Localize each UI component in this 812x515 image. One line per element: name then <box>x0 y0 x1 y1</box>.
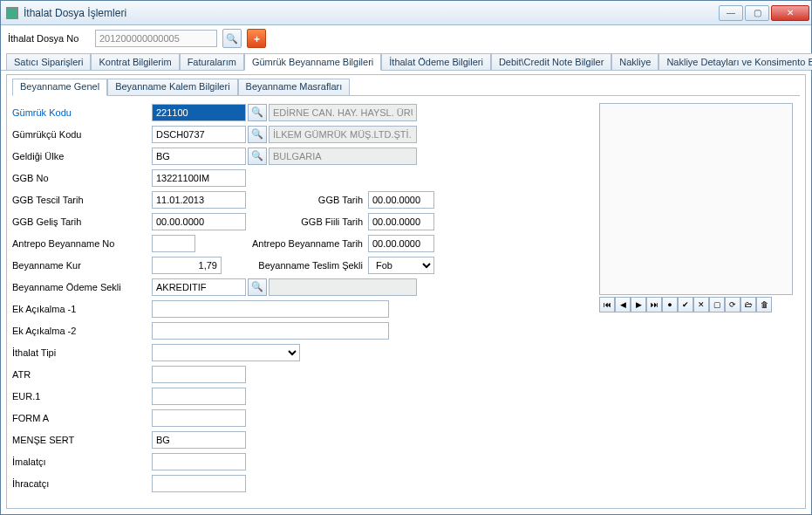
odeme-sekli-label: Beyanname Ödeme Sekli <box>12 282 152 292</box>
nav-record-button[interactable]: ● <box>662 297 678 312</box>
dosya-no-label: İthalat Dosya No <box>8 33 90 44</box>
subtab-beyanname-genel[interactable]: Beyanname Genel <box>12 79 107 96</box>
add-button[interactable]: ＋ <box>247 29 266 48</box>
ggb-gelis-tarih-label: GGB Geliş Tarih <box>12 216 152 227</box>
eur1-label: EUR.1 <box>12 391 152 402</box>
ggb-gelis-tarih-input[interactable] <box>152 213 246 230</box>
lookup-button[interactable]: 🔍 <box>222 29 242 48</box>
subtab-beyanname-masraf[interactable]: Beyanname Masrafları <box>238 79 351 95</box>
plus-icon: ＋ <box>252 32 262 45</box>
nav-delete-button[interactable]: 🗑 <box>756 297 772 312</box>
form-left: Gümrük Kodu 🔍 Gümrükçü Kodu 🔍 Geldiği Ül… <box>12 101 582 494</box>
mense-input[interactable] <box>152 431 246 449</box>
ek-acikalma2-input[interactable] <box>152 322 389 340</box>
geldigi-ulke-desc <box>269 148 417 165</box>
odeme-sekli-lookup[interactable]: 🔍 <box>248 278 267 296</box>
gumrukcu-kodu-label: Gümrükçü Kodu <box>12 129 152 140</box>
tab-gumruk-beyanname[interactable]: Gümrük Beyanname Bilgileri <box>244 53 381 71</box>
ihracatci-label: İhracatçı <box>12 478 152 489</box>
search-icon: 🔍 <box>251 150 263 161</box>
sub-panel: Beyanname Genel Beyanname Kalem Bilgiler… <box>6 74 806 509</box>
main-tabs: Satıcı Siparişleri Kontrat Bilgilerim Fa… <box>1 52 811 71</box>
teslim-sekli-select[interactable]: Fob <box>368 257 434 274</box>
gumrukcu-kodu-lookup[interactable]: 🔍 <box>248 126 267 143</box>
antrepo-tarih-label: Antrepo Beyanname Tarih <box>195 238 368 249</box>
antrepo-no-input[interactable] <box>152 235 195 252</box>
nav-box-button[interactable]: ▢ <box>709 297 725 312</box>
subtab-beyanname-kalem[interactable]: Beyanname Kalem Bilgileri <box>107 79 237 95</box>
atr-input[interactable] <box>152 366 246 383</box>
app-icon <box>6 7 18 19</box>
geldigi-ulke-label: Geldiği Ülke <box>12 151 152 161</box>
nav-next-button[interactable]: ▶ <box>631 297 646 312</box>
window-title: İthalat Dosya İşlemleri <box>24 7 719 19</box>
mense-label: MENŞE SERT <box>12 435 152 445</box>
nav-ok-button[interactable]: ✔ <box>678 297 693 312</box>
odeme-sekli-desc <box>269 278 417 296</box>
tab-nakliye[interactable]: Nakliye <box>611 53 658 70</box>
beyanname-kur-input[interactable] <box>152 257 222 274</box>
ggb-tarih-label: GGB Tarih <box>246 195 368 205</box>
maximize-button[interactable]: ▢ <box>745 5 769 21</box>
ggb-no-input[interactable] <box>152 169 246 187</box>
ek-acikalma1-input[interactable] <box>152 300 389 318</box>
antrepo-no-label: Antrepo Beyanname No <box>12 238 152 249</box>
antrepo-tarih-input[interactable] <box>368 235 434 252</box>
ggb-tescil-tarih-label: GGB Tescil Tarih <box>12 195 152 205</box>
ggb-tescil-tarih-input[interactable] <box>152 191 246 209</box>
search-icon: 🔍 <box>251 281 263 292</box>
nav-cancel-button[interactable]: ✕ <box>693 297 709 312</box>
imalatci-input[interactable] <box>152 453 246 470</box>
ggb-no-label: GGB No <box>12 173 152 183</box>
ihracatci-input[interactable] <box>152 475 246 492</box>
image-preview <box>599 103 793 295</box>
search-icon: 🔍 <box>251 106 263 118</box>
nav-first-button[interactable]: ⏮ <box>599 297 615 312</box>
image-panel: ⏮ ◀ ▶ ⏭ ● ✔ ✕ ▢ ⟳ 🗁 🗑 <box>599 101 800 494</box>
tab-nakliye-detaylari[interactable]: Nakliye Detayları ve Konsimento Bilgiler… <box>658 53 812 70</box>
gumruk-kodu-input[interactable] <box>152 104 246 121</box>
gumruk-kodu-desc <box>269 104 417 121</box>
close-button[interactable]: ✕ <box>771 5 809 21</box>
ek-acikalma2-label: Ek Açıkalma -2 <box>12 326 152 336</box>
titlebar: İthalat Dosya İşlemleri — ▢ ✕ <box>1 1 811 25</box>
geldigi-ulke-lookup[interactable]: 🔍 <box>248 148 267 165</box>
atr-label: ATR <box>12 369 152 380</box>
imalatci-label: İmalatçı <box>12 457 152 467</box>
dosya-no-input[interactable] <box>95 30 217 47</box>
search-icon: 🔍 <box>226 33 238 45</box>
window: İthalat Dosya İşlemleri — ▢ ✕ İthalat Do… <box>0 0 812 515</box>
ggb-tarih-input[interactable] <box>368 191 434 209</box>
tab-faturalarim[interactable]: Faturalarım <box>180 53 244 70</box>
ggb-fiili-tarih-label: GGB Fiili Tarih <box>246 216 368 227</box>
ggb-fiili-tarih-input[interactable] <box>368 213 434 230</box>
toolbar: İthalat Dosya No 🔍 ＋ <box>1 25 811 52</box>
minimize-button[interactable]: — <box>719 5 743 21</box>
forma-input[interactable] <box>152 409 246 427</box>
tab-satici-siparisleri[interactable]: Satıcı Siparişleri <box>6 53 91 70</box>
form-area: Gümrük Kodu 🔍 Gümrükçü Kodu 🔍 Geldiği Ül… <box>12 96 800 494</box>
ithalat-tipi-select[interactable] <box>152 344 300 361</box>
gumruk-kodu-label: Gümrük Kodu <box>12 107 152 118</box>
ek-acikalma1-label: Ek Açıkalma -1 <box>12 304 152 314</box>
geldigi-ulke-input[interactable] <box>152 148 246 165</box>
nav-refresh-button[interactable]: ⟳ <box>725 297 740 312</box>
nav-last-button[interactable]: ⏭ <box>646 297 662 312</box>
eur1-input[interactable] <box>152 388 246 405</box>
teslim-sekli-label: Beyanname Teslim Şekli <box>222 260 368 271</box>
beyanname-kur-label: Beyanname Kur <box>12 260 152 271</box>
tab-ithalat-odeme[interactable]: İthalat Ödeme Bilgileri <box>381 53 491 70</box>
sub-tabs: Beyanname Genel Beyanname Kalem Bilgiler… <box>12 79 800 96</box>
nav-prev-button[interactable]: ◀ <box>615 297 631 312</box>
gumrukcu-kodu-desc <box>269 126 417 143</box>
tab-debit-credit[interactable]: Debit\Credit Note Bilgiler <box>491 53 611 70</box>
search-icon: 🔍 <box>251 128 263 140</box>
window-controls: — ▢ ✕ <box>719 5 809 21</box>
ithalat-tipi-label: İthalat Tipi <box>12 347 152 358</box>
forma-label: FORM A <box>12 413 152 423</box>
gumrukcu-kodu-input[interactable] <box>152 126 246 143</box>
gumruk-kodu-lookup[interactable]: 🔍 <box>248 104 267 121</box>
nav-open-button[interactable]: 🗁 <box>740 297 756 312</box>
odeme-sekli-input[interactable] <box>152 278 246 296</box>
tab-kontrat-bilgilerim[interactable]: Kontrat Bilgilerim <box>91 53 179 70</box>
